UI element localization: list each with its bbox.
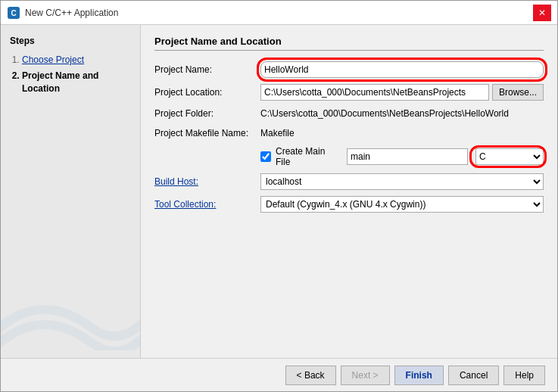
build-host-label[interactable]: Build Host: — [154, 176, 260, 187]
main-file-name-input[interactable] — [347, 148, 468, 165]
section-title: Project Name and Location — [154, 36, 544, 51]
project-folder-value: C:\Users\cotta_000\Documents\NetBeansPro… — [260, 107, 544, 120]
create-main-file-label: Create Main File — [276, 146, 342, 167]
sidebar: Steps Choose Project Project Name andLoc… — [1, 25, 141, 358]
step-1: Choose Project — [22, 54, 131, 67]
project-location-input[interactable] — [260, 84, 489, 101]
content-area: Steps Choose Project Project Name andLoc… — [1, 25, 557, 358]
next-button[interactable]: Next > — [341, 366, 390, 385]
main-panel: Project Name and Location Project Name: … — [141, 25, 557, 358]
create-main-file-checkbox[interactable] — [260, 151, 271, 162]
dialog-title: New C/C++ Application — [25, 8, 118, 18]
back-button[interactable]: < Back — [285, 366, 336, 385]
project-location-field-group: Browse... — [260, 84, 544, 101]
cancel-button[interactable]: Cancel — [448, 366, 499, 385]
browse-button[interactable]: Browse... — [492, 84, 544, 101]
language-select-wrapper: C C++ — [472, 148, 544, 165]
watermark-svg — [1, 267, 140, 350]
language-select[interactable]: C C++ — [475, 148, 544, 165]
project-location-label: Project Location: — [154, 87, 260, 98]
makefile-row: Project Makefile Name: Makefile — [154, 126, 544, 140]
makefile-value: Makefile — [260, 126, 544, 140]
bottom-bar: < Back Next > Finish Cancel Help — [1, 358, 557, 391]
title-bar: C New C/C++ Application ✕ — [1, 1, 557, 25]
dialog-window: C New C/C++ Application ✕ Steps Choose P… — [0, 0, 558, 392]
app-icon: C — [7, 6, 20, 20]
tool-collection-select[interactable]: Default (Cygwin_4.x (GNU 4.x Cygwin)) — [260, 196, 544, 213]
project-location-row: Project Location: Browse... — [154, 84, 544, 101]
sidebar-watermark — [1, 260, 140, 350]
step-2: Project Name andLocation — [22, 70, 131, 95]
step-2-label: Project Name andLocation — [22, 70, 98, 94]
steps-list: Choose Project Project Name andLocation — [10, 54, 131, 95]
step-1-label[interactable]: Choose Project — [22, 54, 84, 65]
help-button[interactable]: Help — [503, 366, 545, 385]
tool-collection-row: Tool Collection: Default (Cygwin_4.x (GN… — [154, 196, 544, 213]
create-main-file-row: Create Main File C C++ — [154, 146, 544, 167]
project-name-label: Project Name: — [154, 64, 260, 75]
create-main-file-group: Create Main File C C++ — [260, 146, 544, 167]
close-button[interactable]: ✕ — [533, 5, 551, 21]
svg-text:C: C — [11, 9, 16, 17]
tool-collection-label[interactable]: Tool Collection: — [154, 199, 260, 210]
project-name-row: Project Name: — [154, 61, 544, 78]
project-folder-row: Project Folder: C:\Users\cotta_000\Docum… — [154, 107, 544, 120]
finish-button[interactable]: Finish — [394, 366, 444, 385]
makefile-label: Project Makefile Name: — [154, 128, 260, 138]
project-folder-label: Project Folder: — [154, 108, 260, 119]
steps-title: Steps — [10, 36, 131, 46]
build-host-row: Build Host: localhost — [154, 173, 544, 190]
title-bar-left: C New C/C++ Application — [7, 6, 118, 20]
project-name-input[interactable] — [260, 61, 544, 78]
build-host-select[interactable]: localhost — [260, 173, 544, 190]
